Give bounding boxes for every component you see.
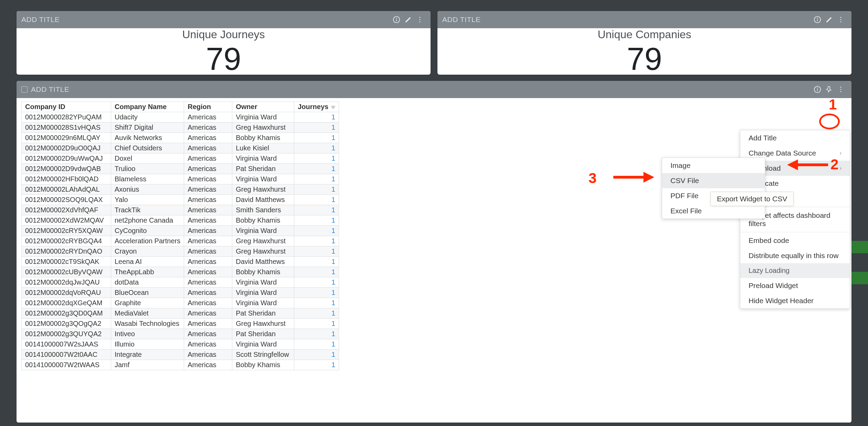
- table-row: 0012M00002g3QOgQA2Wasabi TechnologiesAme…: [22, 319, 339, 329]
- cell-owner: Virginia Ward: [232, 339, 294, 350]
- cell-company-name: Axonius: [111, 184, 184, 195]
- cell-journeys[interactable]: 1: [294, 143, 339, 153]
- table-row: 0012M000029n6MLQAYAuvik NetworksAmericas…: [22, 133, 339, 143]
- cell-region: Americas: [184, 246, 232, 257]
- cell-company-id: 0012M00002D9uO0QAJ: [22, 143, 111, 153]
- cell-journeys[interactable]: 1: [294, 133, 339, 143]
- pin-icon[interactable]: [823, 84, 835, 95]
- cell-company-name: Doxel: [111, 153, 184, 164]
- svg-marker-19: [787, 160, 798, 170]
- cell-owner: Virginia Ward: [232, 153, 294, 164]
- cell-owner: Pat Sheridan: [232, 329, 294, 339]
- cell-company-id: 0012M00002g3QUYQA2: [22, 329, 111, 339]
- widget-title-placeholder[interactable]: ADD TITLE: [442, 15, 812, 24]
- cell-owner: Pat Sheridan: [232, 308, 294, 319]
- cell-company-id: 0012M00002D9uWwQAJ: [22, 153, 111, 164]
- col-region[interactable]: Region: [184, 102, 232, 112]
- cell-company-id: 0012M00002dqJwJQAU: [22, 277, 111, 288]
- cell-journeys[interactable]: 1: [294, 246, 339, 257]
- cell-region: Americas: [184, 339, 232, 350]
- col-owner[interactable]: Owner: [232, 102, 294, 112]
- cell-journeys[interactable]: 1: [294, 215, 339, 226]
- cell-owner: David Matthews: [232, 195, 294, 205]
- cell-journeys[interactable]: 1: [294, 308, 339, 319]
- pencil-icon[interactable]: [823, 14, 835, 25]
- checkbox-icon[interactable]: [21, 86, 28, 93]
- table-row: 0012M00002D9uO0QAJChief OutsidersAmerica…: [22, 143, 339, 153]
- table-row: 0012M00002XdW2MQAVnet2phone CanadaAmeric…: [22, 215, 339, 226]
- svg-point-17: [840, 91, 841, 92]
- menu-preload-widget[interactable]: Preload Widget: [740, 278, 850, 293]
- cell-company-name: TheAppLabb: [111, 267, 184, 277]
- menu-hide-widget-header[interactable]: Hide Widget Header: [740, 293, 850, 308]
- cell-company-id: 0012M000028S1vHQAS: [22, 123, 111, 133]
- cell-region: Americas: [184, 308, 232, 319]
- cell-journeys[interactable]: 1: [294, 350, 339, 360]
- cell-owner: Luke Kisiel: [232, 143, 294, 153]
- table-row: 0012M00002dqXGeQAMGraphiteAmericasVirgin…: [22, 298, 339, 308]
- cell-region: Americas: [184, 236, 232, 246]
- cell-journeys[interactable]: 1: [294, 288, 339, 298]
- cell-company-id: 00141000007W2sJAAS: [22, 339, 111, 350]
- cell-company-name: Udacity: [111, 112, 184, 123]
- annotation-number-1: 1: [829, 96, 837, 113]
- info-icon[interactable]: [812, 84, 823, 95]
- cell-journeys[interactable]: 1: [294, 236, 339, 246]
- widget-header: ADD TITLE: [17, 81, 851, 98]
- cell-journeys[interactable]: 1: [294, 267, 339, 277]
- menu-add-title[interactable]: Add Title: [740, 130, 850, 146]
- cell-owner: David Matthews: [232, 257, 294, 267]
- cell-journeys[interactable]: 1: [294, 205, 339, 215]
- cell-company-name: Jamf: [111, 360, 184, 370]
- col-company-name[interactable]: Company Name: [111, 102, 184, 112]
- table-row: 0012M00002g3QUYQA2IntiveoAmericasPat She…: [22, 329, 339, 339]
- more-icon[interactable]: [414, 14, 426, 25]
- cell-journeys[interactable]: 1: [294, 153, 339, 164]
- cell-region: Americas: [184, 133, 232, 143]
- cell-company-name: TrackTik: [111, 205, 184, 215]
- col-company-id[interactable]: Company ID: [22, 102, 111, 112]
- svg-point-5: [420, 21, 421, 22]
- cell-journeys[interactable]: 1: [294, 339, 339, 350]
- cell-journeys[interactable]: 1: [294, 298, 339, 308]
- menu-distribute-equally[interactable]: Distribute equally in this row: [740, 248, 850, 263]
- widget-unique-companies: ADD TITLE Unique Companies 79: [437, 11, 851, 75]
- more-icon[interactable]: [835, 14, 847, 25]
- download-submenu: Image CSV File PDF File Excel File: [662, 158, 765, 219]
- more-icon[interactable]: [835, 84, 847, 95]
- cell-company-name: Acceleration Partners: [111, 236, 184, 246]
- menu-embed-code[interactable]: Embed code: [740, 233, 850, 248]
- table-row: 0012M00002HFb0lQADBlamelessAmericasVirgi…: [22, 174, 339, 184]
- cell-journeys[interactable]: 1: [294, 329, 339, 339]
- info-icon[interactable]: [391, 14, 402, 25]
- cell-journeys[interactable]: 1: [294, 174, 339, 184]
- menu-separator: [740, 232, 850, 232]
- cell-company-id: 0012M00002LAhAdQAL: [22, 184, 111, 195]
- cell-journeys[interactable]: 1: [294, 257, 339, 267]
- pencil-icon[interactable]: [402, 14, 414, 25]
- cell-journeys[interactable]: 1: [294, 123, 339, 133]
- cell-region: Americas: [184, 143, 232, 153]
- annotation-number-2: 2: [830, 156, 838, 173]
- cell-journeys[interactable]: 1: [294, 319, 339, 329]
- info-icon[interactable]: [812, 14, 823, 25]
- widget-title-placeholder[interactable]: ADD TITLE: [31, 85, 812, 94]
- sort-icon[interactable]: [330, 104, 336, 112]
- cell-company-name: Intiveo: [111, 329, 184, 339]
- cell-company-id: 0012M00002g3QD0QAM: [22, 308, 111, 319]
- col-journeys[interactable]: Journeys: [294, 102, 339, 112]
- cell-journeys[interactable]: 1: [294, 184, 339, 195]
- menu-download-csv[interactable]: CSV File: [662, 173, 765, 188]
- svg-point-3: [420, 17, 421, 18]
- cell-journeys[interactable]: 1: [294, 112, 339, 123]
- cell-journeys[interactable]: 1: [294, 164, 339, 174]
- table-row: 0012M000028S1vHQASShift7 DigitalAmericas…: [22, 123, 339, 133]
- cell-journeys[interactable]: 1: [294, 360, 339, 370]
- table-row: 0012M00002dqVoRQAUBlueOceanAmericasVirgi…: [22, 288, 339, 298]
- cell-journeys[interactable]: 1: [294, 277, 339, 288]
- svg-point-4: [420, 19, 421, 20]
- widget-title-placeholder[interactable]: ADD TITLE: [21, 15, 391, 24]
- cell-journeys[interactable]: 1: [294, 226, 339, 236]
- menu-download-image[interactable]: Image: [662, 158, 765, 173]
- cell-journeys[interactable]: 1: [294, 195, 339, 205]
